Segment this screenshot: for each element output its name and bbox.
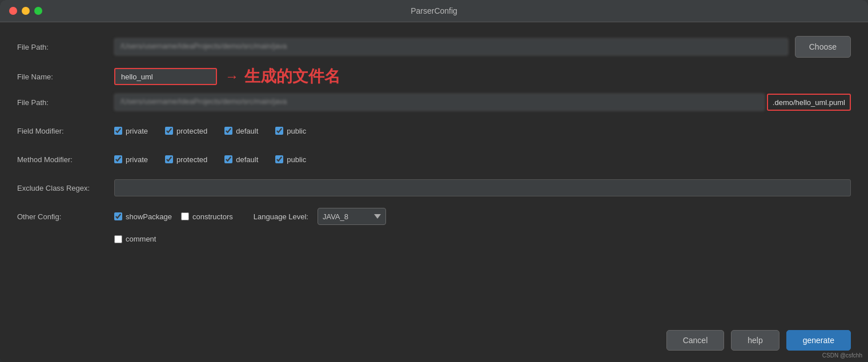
comment-label: comment: [126, 235, 156, 243]
dialog-title: ParserConfig: [411, 6, 457, 15]
titlebar: ParserConfig: [0, 0, 868, 22]
other-config-controls: showPackage constructors Language Level:…: [114, 208, 851, 225]
exclude-class-regex-input[interactable]: [114, 179, 851, 196]
annotation-arrow-icon: →: [225, 70, 239, 83]
help-button[interactable]: help: [731, 330, 779, 351]
method-protected-label: protected: [176, 155, 207, 164]
watermark: CSDN @csfchh: [822, 352, 862, 359]
exclude-class-regex-control: [114, 179, 851, 196]
method-public-checkbox[interactable]: [275, 155, 283, 163]
method-modifier-label: Method Modifier:: [17, 155, 114, 164]
show-package-checkbox[interactable]: [114, 212, 122, 220]
language-level-label: Language Level:: [254, 212, 308, 221]
method-private-checkbox[interactable]: [114, 155, 122, 163]
language-level-select[interactable]: JAVA_8 JAVA_11 JAVA_17: [318, 208, 386, 225]
field-default-item[interactable]: default: [224, 127, 258, 135]
constructors-label: constructors: [192, 212, 233, 221]
close-button[interactable]: [9, 7, 17, 15]
show-package-label: showPackage: [126, 212, 172, 221]
file-name-row: File Name: → 生成的文件名: [17, 66, 851, 87]
constructors-checkbox[interactable]: [181, 212, 189, 220]
dialog-footer: Cancel help generate CSDN @csfchh: [0, 324, 868, 362]
field-default-checkbox[interactable]: [224, 127, 232, 135]
method-modifier-row: Method Modifier: private protected defau…: [17, 149, 851, 170]
field-protected-label: protected: [176, 127, 207, 135]
comment-row: comment: [114, 235, 851, 243]
field-public-label: public: [287, 127, 306, 135]
field-modifier-checkboxes: private protected default public: [114, 127, 851, 135]
field-modifier-label: Field Modifier:: [17, 127, 114, 135]
maximize-button[interactable]: [34, 7, 42, 15]
cancel-button[interactable]: Cancel: [666, 330, 725, 351]
file-path-row-1: File Path: /Users/username/IdeaProjects/…: [17, 36, 851, 58]
file-path-label-2: File Path:: [17, 98, 114, 107]
file-path-blurred-area: /Users/username/IdeaProjects/demo/src/ma…: [114, 94, 851, 111]
field-public-checkbox[interactable]: [275, 127, 283, 135]
field-protected-item[interactable]: protected: [165, 127, 207, 135]
show-package-item[interactable]: showPackage: [114, 212, 172, 221]
annotation-text: 生成的文件名: [244, 66, 340, 87]
window-controls: [9, 7, 42, 15]
method-default-checkbox[interactable]: [224, 155, 232, 163]
file-path-control-2: /Users/username/IdeaProjects/demo/src/ma…: [114, 94, 851, 111]
choose-button[interactable]: Choose: [795, 36, 851, 58]
method-modifier-checkboxes: private protected default public: [114, 155, 851, 164]
dialog-content: File Path: /Users/username/IdeaProjects/…: [0, 22, 868, 324]
field-public-item[interactable]: public: [275, 127, 306, 135]
field-private-label: private: [126, 127, 148, 135]
generate-button[interactable]: generate: [786, 330, 851, 351]
file-name-annotation: → 生成的文件名: [217, 66, 851, 87]
comment-checkbox[interactable]: [114, 235, 122, 243]
method-public-item[interactable]: public: [275, 155, 306, 164]
method-protected-checkbox[interactable]: [165, 155, 173, 163]
file-path-highlight: .demo/hello_uml.puml: [767, 94, 851, 111]
file-name-label: File Name:: [17, 73, 114, 81]
field-protected-checkbox[interactable]: [165, 127, 173, 135]
file-name-input[interactable]: [114, 68, 217, 85]
language-select-wrapper: JAVA_8 JAVA_11 JAVA_17: [318, 208, 386, 225]
file-path-control-1: /Users/username/IdeaProjects/demo/src/ma…: [114, 36, 851, 58]
exclude-class-regex-row: Exclude Class Regex:: [17, 178, 851, 198]
field-private-item[interactable]: private: [114, 127, 148, 135]
file-name-control: → 生成的文件名: [114, 66, 851, 87]
method-default-item[interactable]: default: [224, 155, 258, 164]
other-config-label: Other Config:: [17, 212, 114, 221]
field-default-label: default: [236, 127, 258, 135]
file-path-row-2: File Path: /Users/username/IdeaProjects/…: [17, 92, 851, 112]
parser-config-dialog: ParserConfig File Path: /Users/username/…: [0, 0, 868, 362]
method-protected-item[interactable]: protected: [165, 155, 207, 164]
method-private-item[interactable]: private: [114, 155, 148, 164]
file-path-label-1: File Path:: [17, 43, 114, 51]
file-path-blurred[interactable]: /Users/username/IdeaProjects/demo/src/ma…: [114, 94, 765, 111]
other-config-row: Other Config: showPackage constructors L…: [17, 206, 851, 227]
field-private-checkbox[interactable]: [114, 127, 122, 135]
method-public-label: public: [287, 155, 306, 164]
method-private-label: private: [126, 155, 148, 164]
field-modifier-row: Field Modifier: private protected defaul…: [17, 120, 851, 141]
method-default-label: default: [236, 155, 258, 164]
constructors-item[interactable]: constructors: [181, 212, 233, 221]
file-path-input-1[interactable]: /Users/username/IdeaProjects/demo/src/ma…: [114, 38, 788, 55]
exclude-class-regex-label: Exclude Class Regex:: [17, 184, 114, 192]
minimize-button[interactable]: [22, 7, 30, 15]
